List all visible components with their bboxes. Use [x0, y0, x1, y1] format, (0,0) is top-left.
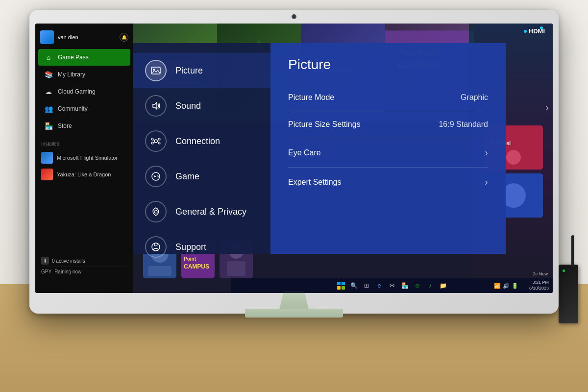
- connection-menu-label: Connection: [175, 136, 220, 147]
- clock-time: 3:21 PM: [529, 280, 549, 286]
- right-chevron[interactable]: ›: [545, 102, 549, 113]
- sidebar-item-label: Community: [58, 105, 88, 112]
- windows-logo: [337, 282, 345, 290]
- sidebar-item-my-library[interactable]: 📚 My Library: [38, 66, 130, 83]
- cloud-icon: ☁: [44, 87, 53, 96]
- xbox-username: van dien: [58, 34, 120, 40]
- sidebar-item-store[interactable]: 🏪 Store: [38, 118, 130, 134]
- settings-row-eye-care[interactable]: Eye Care ›: [288, 138, 488, 168]
- weather-desc: Raining now: [54, 269, 81, 274]
- taskbar-xbox-icon[interactable]: ⊕: [413, 281, 422, 291]
- taskbar: 🔍 ⊞ e ✉ 🏪 ⊕ ♪ 📁 📶 🔊 🔋 3:21 PM 6/10/2023: [231, 278, 553, 293]
- weather-status: GPY Raining now: [41, 267, 127, 274]
- game-menu-icon: [145, 166, 167, 187]
- flight-sim-thumbnail: [41, 152, 53, 164]
- taskbar-edge-icon[interactable]: e: [374, 281, 384, 291]
- settings-content-title: Picture: [288, 57, 488, 73]
- svg-point-44: [506, 150, 521, 165]
- settings-menu-item-picture[interactable]: Picture: [133, 53, 270, 88]
- picture-menu-icon: [145, 60, 167, 81]
- monitor-shell: HDMI van dien 🔔 ⌂ Game Pass 📚 My Library…: [29, 10, 559, 314]
- monitor-stand-base: [245, 309, 343, 318]
- router: [559, 265, 578, 323]
- taskbar-system-tray: 📶 🔊 🔋: [494, 283, 518, 289]
- xbox-avatar: [40, 30, 54, 44]
- taskbar-spotify-icon[interactable]: ♪: [425, 281, 435, 291]
- monitor-bezel-top: [29, 10, 559, 24]
- settings-row-expert-settings[interactable]: Expert Settings ›: [288, 168, 488, 196]
- settings-menu-item-general-privacy[interactable]: General & Privacy: [133, 194, 270, 229]
- svg-point-17: [158, 138, 160, 140]
- active-installs-status: ⬇ 0 active installs: [41, 257, 127, 265]
- win-tile-4: [342, 286, 345, 290]
- sidebar-item-game-pass[interactable]: ⌂ Game Pass: [38, 49, 130, 66]
- library-icon: 📚: [44, 70, 53, 79]
- sidebar-item-community[interactable]: 👥 Community: [38, 100, 130, 117]
- game-item-flight-sim[interactable]: Microsoft Flight Simulator: [35, 149, 133, 166]
- settings-overlay: Picture Sound: [133, 43, 506, 254]
- picture-mode-value: Graphic: [461, 93, 488, 102]
- connection-menu-icon: [145, 130, 167, 152]
- expert-settings-label: Expert Settings: [288, 178, 342, 187]
- sidebar-item-label: Cloud Gaming: [58, 88, 96, 95]
- sidebar-item-cloud-gaming[interactable]: ☁ Cloud Gaming: [38, 83, 130, 100]
- sidebar-item-label: My Library: [58, 71, 85, 78]
- picture-menu-label: Picture: [175, 66, 203, 76]
- support-menu-icon: [145, 236, 167, 258]
- settings-row-picture-size[interactable]: Picture Size Settings 16:9 Standard: [288, 111, 488, 138]
- hdmi-dot: [524, 30, 527, 33]
- win-tile-2: [342, 282, 345, 285]
- settings-menu-item-connection[interactable]: Connection: [133, 123, 270, 159]
- sound-menu-label: Sound: [175, 101, 201, 111]
- sidebar-item-label: Store: [58, 122, 72, 129]
- taskbar-widgets-icon[interactable]: ⊞: [362, 281, 371, 291]
- active-installs-label: 0 active installs: [52, 258, 85, 264]
- settings-menu-item-sound[interactable]: Sound: [133, 88, 270, 123]
- yakuza-thumbnail: [41, 169, 53, 180]
- win-tile-1: [337, 282, 341, 285]
- store-icon: 🏪: [44, 122, 53, 130]
- svg-point-15: [154, 140, 157, 143]
- win-tile-3: [337, 286, 341, 290]
- monitor-screen: HDMI van dien 🔔 ⌂ Game Pass 📚 My Library…: [35, 24, 553, 293]
- game-menu-label: Game: [175, 172, 199, 182]
- router-antenna: [571, 235, 574, 267]
- main-content-area: MATCHPOINT Two Point CAMPUS: [133, 24, 553, 293]
- svg-point-19: [158, 142, 160, 144]
- settings-menu-panel: Picture Sound: [133, 43, 270, 254]
- sidebar-item-label: Game Pass: [58, 54, 89, 61]
- xbox-notification-icon[interactable]: 🔔: [120, 33, 128, 42]
- taskbar-clock: 3:21 PM 6/10/2023: [529, 280, 549, 291]
- hdmi-badge: HDMI: [524, 27, 545, 35]
- eye-care-label: Eye Care: [288, 148, 321, 157]
- general-privacy-menu-label: General & Privacy: [175, 207, 246, 217]
- taskbar-search-icon[interactable]: 🔍: [349, 281, 359, 291]
- svg-point-18: [151, 142, 153, 144]
- svg-point-31: [154, 243, 157, 246]
- expert-settings-chevron: ›: [485, 176, 488, 188]
- game-item-yakuza[interactable]: Yakuza: Like a Dragon: [35, 166, 133, 183]
- svg-point-29: [154, 210, 157, 213]
- xbox-bottom-status: ⬇ 0 active installs GPY Raining now: [35, 254, 133, 277]
- xbox-user-bar[interactable]: van dien 🔔: [35, 27, 133, 47]
- monitor-stand-neck: [279, 291, 309, 310]
- game-name: Microsoft Flight Simulator: [57, 155, 118, 161]
- general-menu-icon: [145, 201, 167, 222]
- installed-section-label: Installed: [35, 138, 133, 149]
- settings-row-picture-mode[interactable]: Picture Mode Graphic: [288, 84, 488, 111]
- taskbar-folder-icon[interactable]: 📁: [438, 281, 448, 291]
- weather-location: GPY: [41, 269, 51, 274]
- svg-point-16: [151, 138, 153, 140]
- router-led: [563, 270, 565, 272]
- taskbar-store-icon[interactable]: 🏪: [400, 281, 410, 291]
- support-menu-label: Support: [175, 242, 206, 252]
- taskbar-mail-icon[interactable]: ✉: [387, 281, 397, 291]
- taskbar-start-button[interactable]: [336, 281, 346, 291]
- settings-menu-item-support[interactable]: Support: [133, 229, 270, 265]
- settings-menu-item-game[interactable]: Game: [133, 159, 270, 194]
- svg-point-14: [153, 69, 155, 71]
- sys-icon-volume: 🔊: [503, 283, 510, 289]
- picture-size-label: Picture Size Settings: [288, 120, 361, 129]
- picture-size-value: 16:9 Standard: [439, 120, 488, 129]
- community-icon: 👥: [44, 104, 53, 113]
